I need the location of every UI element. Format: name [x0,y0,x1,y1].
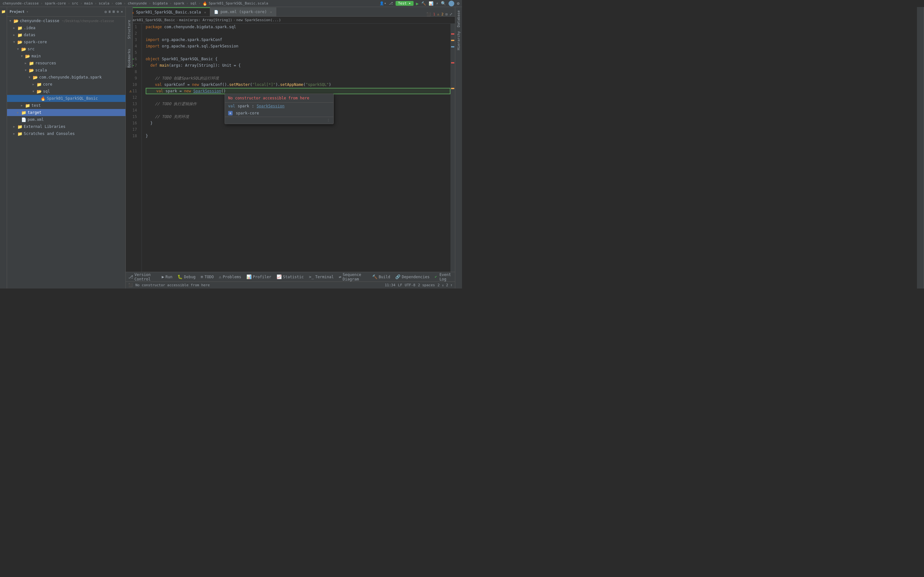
sidebar-item-spark-core[interactable]: ▼ 📂 spark-core [7,39,126,45]
breadcrumb-bigdata[interactable]: bigdata [153,1,168,5]
sidebar-item-main[interactable]: ▼ 📂 main [7,53,126,60]
right-tab-database[interactable]: Database [455,8,462,29]
profile-icon[interactable]: 👤▾ [380,1,386,5]
breadcrumb-scala[interactable]: scala [99,1,110,5]
todo-btn[interactable]: ≡ TODO [201,274,214,279]
bc-spark01[interactable]: Spark01_SparkSQL_Basic [128,18,175,22]
code-line-1: package com.chenyunde.bigdata.spark.sql [145,24,451,30]
status-lf[interactable]: LF [398,283,402,287]
search-icon[interactable]: 🔍 [441,1,446,6]
sidebar-item-spark01[interactable]: 🔥 Spark01_SparkSQL_Basic [7,95,126,102]
terminal-label: Terminal [315,275,334,279]
terminal-btn[interactable]: >_ Terminal [309,274,334,279]
build-label: Build [379,275,390,279]
breadcrumb-com[interactable]: com [115,1,121,5]
event-log-badge: ✔ [435,275,437,279]
spark-core-label: spark-core [24,40,47,44]
group-icon[interactable]: ⊞ [113,10,115,14]
module-icon: m [228,111,233,115]
settings-icon[interactable]: ⚙ [457,1,459,6]
sidebar-item-test[interactable]: ▶ 📁 test [7,102,126,109]
sidebar-item-scala[interactable]: ▼ 📂 scala [7,67,126,74]
build-button[interactable]: 🔨 [421,1,426,6]
expand-icon[interactable]: ⤢ [449,12,452,16]
event-log-btn[interactable]: Event Log [439,272,452,282]
profiler-btn[interactable]: 📊 Profiler [246,274,271,279]
sidebar-item-external-libs[interactable]: ▶ 📁 External Libraries [7,123,126,130]
breadcrumb-module[interactable]: spark-core [45,1,66,5]
sidebar-header: Project ▾ ◎ ≡ ⊞ ⚙ ✕ [7,7,126,17]
breadcrumb-file[interactable]: Spark01_SparkSQL_Basic.scala [208,1,268,5]
sidebar-item-sql[interactable]: ▼ 📂 sql [7,88,126,95]
statistic-btn[interactable]: 📈 Statistic [276,274,304,279]
run-config-dropdown[interactable]: Test ▾ [396,1,414,6]
problems-btn[interactable]: ⚠ Problems [219,274,241,279]
tab-pom[interactable]: 📄 pom.xml (spark-core) ✕ [210,7,276,16]
warn-gutter-11[interactable]: ⚠ [129,88,132,94]
scala-label: scala [35,68,47,73]
breadcrumb-sql[interactable]: sql [190,1,197,5]
run-button[interactable]: ▶ [416,1,419,6]
com-pkg-label: com.chenyunde.bigdata.spark [39,75,102,79]
coverage-button[interactable]: 📊 [429,1,433,6]
root-folder-icon: 📂 [13,19,19,23]
autocomplete-popup: No constructor accessible from here val … [225,93,334,124]
autocomplete-more-icon[interactable]: ⋮ [326,118,330,122]
breadcrumb-spark[interactable]: spark [174,1,184,5]
close-sidebar-icon[interactable]: ✕ [121,10,123,14]
statistic-icon: 📈 [276,274,282,279]
run-btn-bottom[interactable]: ▶ Run [162,274,173,279]
sidebar-item-core[interactable]: ▶ 📁 core [7,81,126,88]
settings-gear-icon[interactable]: ⚙ [117,10,119,14]
project-label: Project [10,10,24,14]
debug-btn[interactable]: 🐛 Debug [178,274,195,279]
run-icon-bottom: ▶ [162,274,164,279]
bc-main[interactable]: main(args: Array[String]) [179,18,232,22]
sequence-diagram-btn[interactable]: ⇌ Sequence Diagram [339,272,367,282]
tab-bar: 🔥 Spark01_SparkSQL_Basic.scala ✕ 📄 pom.x… [126,7,455,17]
code-area[interactable]: package com.chenyunde.bigdata.spark.sql … [142,24,451,272]
sidebar-item-idea[interactable]: ▶ 📁 .idea [7,24,126,31]
breadcrumb-src[interactable]: src [72,1,78,5]
dependencies-btn[interactable]: 🔗 Dependencies [395,274,430,279]
user-avatar[interactable] [449,1,454,6]
version-control-btn[interactable]: ⎇ Version Control [128,272,157,282]
breadcrumb-project[interactable]: chenyunde-classse [3,1,39,5]
autocomplete-suggestion[interactable]: val spark : SparkSession [225,103,333,110]
sidebar-item-target[interactable]: ▶ 📁 target [7,109,126,116]
tree-root[interactable]: ▼ 📂 chenyunde-classse ~/Desktop/chenyund… [7,17,126,24]
sidebar-item-pom[interactable]: 📄 pom.xml [7,116,126,123]
sidebar-item-com-pkg[interactable]: ▼ 📂 com.chenyunde.bigdata.spark [7,74,126,81]
resources-label: resources [35,61,56,65]
bc-newsession[interactable]: new SparkSession(...) [236,18,281,22]
build-btn[interactable]: 🔨 Build [372,274,390,279]
breadcrumb-chenyunde[interactable]: chenyunde [128,1,147,5]
tab-right-controls: ⬛ 1 ⚠ 2 ⊡ ⤢ [426,12,455,16]
status-encoding[interactable]: UTF-8 [405,283,415,287]
sidebar-item-resources[interactable]: ▶ 📁 resources [7,60,126,67]
split-icon[interactable]: ⊡ [445,12,447,16]
project-icon[interactable]: 📁 [0,8,7,15]
bookmarks-tab[interactable]: Bookmarks [127,49,131,68]
collapse-icon[interactable]: ≡ [109,10,111,14]
warn-badge: ⚠ 2 [437,12,444,16]
tab-pom-close[interactable]: ✕ [270,10,272,14]
sidebar-item-src[interactable]: ▼ 📂 src [7,45,126,53]
build-icon: 🔨 [372,274,377,279]
sidebar-item-datas[interactable]: ▶ 📁 datas [7,31,126,39]
dependencies-label: Dependencies [402,275,430,279]
vcs-icon[interactable]: ⎇ [389,1,393,5]
profile-run-button[interactable]: ⚡ [436,1,438,6]
scroll-indicators [451,24,455,272]
breadcrumb-main[interactable]: main [84,1,93,5]
test-folder-icon: 📁 [25,103,30,108]
structure-tab[interactable]: Structure [127,20,131,39]
tab-spark01[interactable]: 🔥 Spark01_SparkSQL_Basic.scala ✕ [126,7,210,16]
terminal-icon: >_ [309,274,314,279]
tab-spark01-close[interactable]: ✕ [204,11,206,14]
datas-folder-icon: 📁 [17,33,23,37]
sidebar-item-scratches[interactable]: ▶ 📁 Scratches and Consoles [7,130,126,137]
sql-label: sql [43,89,50,93]
locate-icon[interactable]: ◎ [105,10,107,14]
right-tab-hierarchy[interactable]: Hierarchy [455,29,462,52]
